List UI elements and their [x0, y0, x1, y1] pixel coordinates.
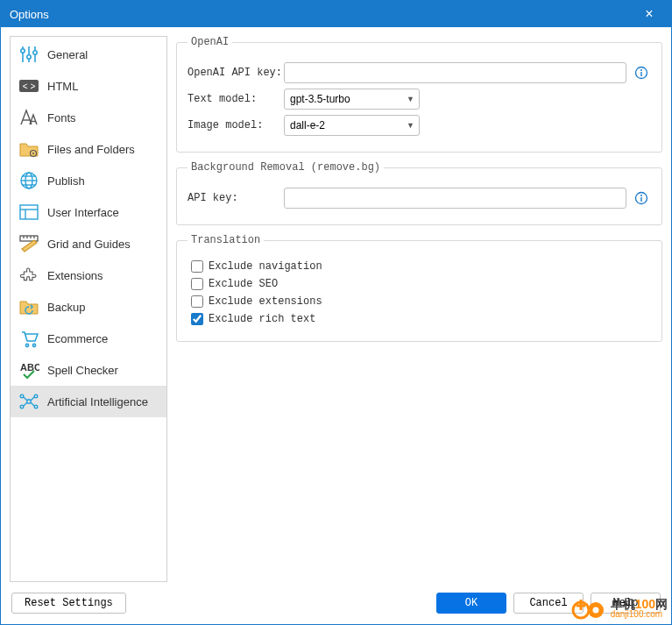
translation-legend: Translation [187, 234, 264, 246]
exclude-rich-text-toggle[interactable] [191, 313, 203, 325]
sidebar-item-label: Extensions [47, 269, 103, 282]
svg-rect-42 [640, 197, 641, 202]
sidebar-item-backup[interactable]: Backup [11, 291, 166, 323]
footer: Reset Settings OK Cancel Help [1, 582, 671, 624]
exclude-seo-checkbox[interactable]: Exclude SEO [191, 278, 651, 290]
ai-network-icon [18, 390, 40, 413]
sidebar-item-label: General [47, 48, 88, 61]
svg-point-28 [27, 400, 31, 403]
sidebar-item-label: Backup [47, 301, 85, 314]
text-model-label: Text model: [187, 93, 284, 105]
svg-point-5 [33, 51, 37, 54]
image-model-label: Image model: [187, 119, 284, 131]
exclude-navigation-checkbox[interactable]: Exclude navigation [191, 260, 651, 273]
sidebar-item-label: Artificial Intelligence [47, 395, 148, 408]
ok-button[interactable]: OK [436, 593, 506, 614]
image-model-input[interactable] [284, 115, 420, 136]
sidebar-item-label: Files and Folders [47, 143, 135, 156]
svg-rect-17 [20, 205, 38, 219]
sidebar-item-spell-checker[interactable]: ABC Spell Checker [11, 354, 166, 386]
window-title: Options [10, 8, 49, 21]
backup-icon [18, 295, 40, 318]
globe-icon [18, 169, 40, 192]
sidebar-item-html[interactable]: < > HTML [11, 70, 166, 102]
sidebar-item-general[interactable]: General [11, 39, 166, 70]
info-icon[interactable] [632, 66, 651, 80]
svg-point-38 [640, 69, 642, 71]
bgremoval-api-key-label: API key: [187, 192, 284, 204]
sidebar: General < > HTML Fonts Files and Folders [10, 36, 167, 582]
svg-line-34 [31, 397, 34, 401]
window-icon [18, 201, 40, 224]
info-icon[interactable] [632, 191, 651, 205]
sidebar-item-label: Fonts [47, 111, 76, 124]
svg-text:< >: < > [23, 82, 36, 91]
openai-group: OpenAI OpenAI API key: Text model: ▼ [176, 36, 662, 153]
exclude-navigation-toggle[interactable] [191, 260, 203, 273]
sidebar-item-label: User Interface [47, 206, 119, 219]
svg-point-29 [20, 394, 24, 398]
reset-settings-button[interactable]: Reset Settings [11, 593, 126, 614]
openai-legend: OpenAI [187, 36, 232, 48]
svg-point-26 [32, 344, 35, 346]
sidebar-item-fonts[interactable]: Fonts [11, 102, 166, 133]
exclude-extensions-label: Exclude extensions [209, 295, 322, 308]
sidebar-item-extensions[interactable]: Extensions [11, 259, 166, 291]
svg-point-30 [34, 394, 38, 398]
exclude-extensions-toggle[interactable] [191, 295, 203, 308]
exclude-seo-label: Exclude SEO [209, 278, 278, 290]
sidebar-item-files-and-folders[interactable]: Files and Folders [11, 133, 166, 165]
code-icon: < > [18, 75, 40, 97]
close-icon[interactable]: × [636, 1, 662, 27]
font-icon [18, 106, 40, 129]
sidebar-item-ecommerce[interactable]: Ecommerce [11, 323, 166, 354]
openai-api-key-label: OpenAI API key: [187, 67, 284, 79]
sidebar-item-label: Grid and Guides [47, 238, 131, 251]
ruler-pencil-icon [18, 232, 40, 255]
exclude-rich-text-checkbox[interactable]: Exclude rich text [191, 313, 651, 325]
cart-icon [18, 327, 40, 350]
image-model-combo[interactable]: ▼ [284, 115, 420, 136]
svg-point-4 [27, 55, 31, 59]
svg-point-31 [20, 405, 24, 408]
exclude-seo-toggle[interactable] [191, 278, 203, 290]
help-button[interactable]: Help [591, 593, 661, 614]
translation-group: Translation Exclude navigation Exclude S… [176, 234, 662, 342]
bg-removal-legend: Background Removal (remove.bg) [187, 161, 384, 174]
text-model-input[interactable] [284, 89, 420, 110]
svg-text:ABC: ABC [20, 362, 39, 373]
options-window: Options × General < > HTML Fonts [0, 0, 672, 625]
titlebar: Options × [1, 1, 671, 27]
bg-removal-group: Background Removal (remove.bg) API key: [176, 161, 662, 225]
svg-rect-39 [640, 72, 641, 76]
exclude-extensions-checkbox[interactable]: Exclude extensions [191, 295, 651, 308]
openai-api-key-input[interactable] [284, 62, 626, 83]
sliders-icon [18, 43, 40, 66]
sidebar-item-grid-and-guides[interactable]: Grid and Guides [11, 228, 166, 259]
sidebar-item-label: Ecommerce [47, 332, 108, 345]
svg-point-11 [32, 153, 34, 154]
cancel-button[interactable]: Cancel [513, 593, 584, 614]
spellcheck-icon: ABC [18, 359, 40, 381]
svg-line-33 [24, 397, 27, 401]
sidebar-item-label: Spell Checker [47, 364, 118, 377]
text-model-combo[interactable]: ▼ [284, 89, 420, 110]
folder-gear-icon [18, 138, 40, 160]
svg-point-25 [25, 344, 28, 346]
puzzle-icon [18, 264, 40, 287]
svg-line-35 [24, 402, 27, 406]
body: General < > HTML Fonts Files and Folders [1, 27, 671, 582]
exclude-navigation-label: Exclude navigation [209, 260, 322, 273]
content-panel: OpenAI OpenAI API key: Text model: ▼ [176, 36, 662, 582]
sidebar-item-artificial-intelligence[interactable]: Artificial Intelligence [11, 386, 166, 417]
sidebar-item-publish[interactable]: Publish [11, 165, 166, 196]
svg-line-36 [31, 402, 34, 406]
sidebar-item-label: HTML [47, 80, 78, 93]
bgremoval-api-key-input[interactable] [284, 188, 626, 209]
svg-point-32 [34, 405, 38, 408]
svg-point-41 [640, 195, 642, 196]
sidebar-item-user-interface[interactable]: User Interface [11, 196, 166, 228]
sidebar-item-label: Publish [47, 174, 85, 188]
exclude-rich-text-label: Exclude rich text [209, 313, 315, 325]
svg-point-3 [21, 49, 25, 53]
